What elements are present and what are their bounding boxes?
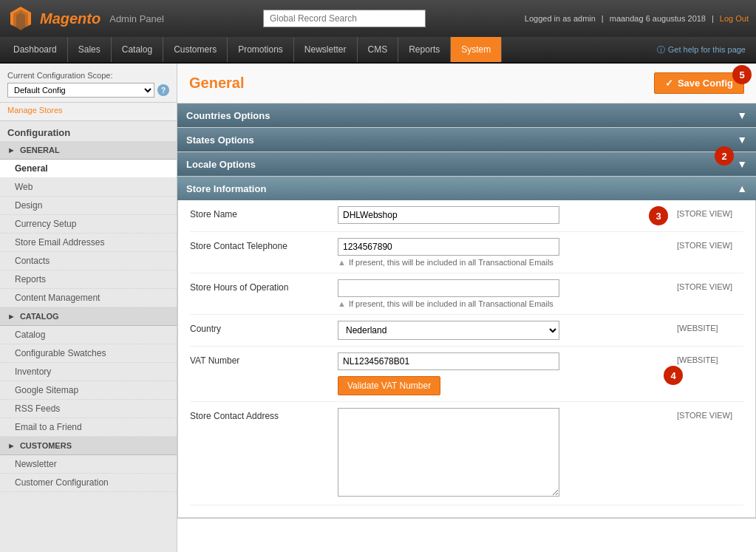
badge-2: 2 [715, 146, 734, 166]
top-header: Magento Admin Panel Logged in as admin |… [0, 0, 756, 37]
hours-scope: [STORE VIEW] [677, 279, 743, 291]
sidebar-item-customer-configuration[interactable]: Customer Configuration [0, 474, 177, 492]
accordion-header-countries[interactable]: Countries Options ▼ [177, 103, 756, 127]
sidebar-item-google-sitemap[interactable]: Google Sitemap [0, 381, 177, 400]
telephone-input-wrap: ▲ If present, this will be included in a… [338, 238, 668, 267]
accordion-arrow-locale-icon: ▼ [737, 158, 747, 170]
help-text: Get help for this page [668, 45, 746, 54]
sidebar-item-contacts[interactable]: Contacts [0, 252, 177, 270]
page-title: General [189, 75, 244, 92]
sidebar-item-rss-feeds[interactable]: RSS Feeds [0, 400, 177, 418]
nav-item-cms[interactable]: CMS [358, 37, 399, 62]
accordion-header-states[interactable]: States Options ▼ [177, 128, 756, 151]
logo-subtitle-text: Admin Panel [109, 13, 164, 24]
telephone-label: Store Contact Telephone [190, 238, 338, 251]
badge-3: 3 [649, 206, 668, 225]
hours-label: Store Hours of Operation [190, 279, 338, 293]
global-search-input[interactable] [263, 10, 426, 27]
sidebar-category-general[interactable]: ► GENERAL [0, 141, 177, 160]
nav-item-newsletter[interactable]: Newsletter [294, 37, 358, 62]
magento-logo-icon [7, 5, 34, 32]
form-row-address: Store Contact Address [STORE VIEW] [190, 402, 743, 505]
form-row-store-name: Store Name 3 [STORE VIEW] [190, 200, 743, 232]
nav-item-reports[interactable]: Reports [398, 37, 451, 62]
category-arrow-icon-catalog: ► [7, 312, 16, 321]
scope-select[interactable]: Default Config [7, 83, 154, 98]
sidebar-item-reports[interactable]: Reports [0, 270, 177, 289]
address-scope: [STORE VIEW] [677, 408, 743, 420]
sidebar-item-newsletter[interactable]: Newsletter [0, 455, 177, 474]
sidebar-item-configurable-swatches[interactable]: Configurable Swatches [0, 344, 177, 363]
sidebar-item-design[interactable]: Design [0, 197, 177, 215]
accordion-header-store-info[interactable]: Store Information ▲ [177, 177, 756, 200]
vat-input-wrap: 4 Validate VAT Number [338, 352, 668, 395]
badge-3-container: 3 [641, 206, 668, 225]
nav-item-customers[interactable]: Customers [163, 37, 228, 62]
nav-item-promotions[interactable]: Promotions [228, 37, 294, 62]
save-icon: ✓ [665, 78, 673, 89]
address-label: Store Contact Address [190, 408, 338, 421]
logout-link[interactable]: Log Out [720, 14, 749, 23]
accordion-item-store-info: Store Information ▲ Store Name 3 [STORE … [177, 177, 756, 519]
nav-item-system[interactable]: System [451, 37, 502, 62]
vat-label: VAT Number [190, 352, 338, 366]
store-info-form: Store Name 3 [STORE VIEW] Store Contact … [177, 200, 756, 518]
accordion-item-locale: Locale Options 2 ▼ [177, 152, 756, 177]
accordion-header-locale[interactable]: Locale Options 2 ▼ [177, 152, 756, 176]
content-header: General 5 ✓ Save Config [177, 64, 756, 103]
store-name-input[interactable] [338, 206, 559, 224]
sidebar-item-catalog[interactable]: Catalog [0, 326, 177, 344]
validate-vat-button[interactable]: Validate VAT Number [338, 376, 440, 395]
address-input-wrap [338, 408, 668, 499]
form-row-hours: Store Hours of Operation ▲ If present, t… [190, 273, 743, 315]
sidebar-item-store-email[interactable]: Store Email Addresses [0, 234, 177, 252]
badge-4: 4 [664, 366, 683, 385]
sidebar-item-email-to-friend[interactable]: Email to a Friend [0, 418, 177, 437]
main-layout: Current Configuration Scope: Default Con… [0, 64, 756, 552]
hint-icon: ▲ [338, 258, 346, 267]
vat-input[interactable] [338, 352, 559, 370]
sidebar: Current Configuration Scope: Default Con… [0, 64, 177, 552]
address-textarea[interactable] [338, 408, 559, 497]
hours-hint: ▲ If present, this will be included in a… [338, 299, 668, 308]
accordion-arrow-icon: ▼ [737, 109, 747, 121]
manage-stores-link[interactable]: Manage Stores [0, 103, 177, 121]
country-scope: [WEBSITE] [677, 321, 743, 333]
logo-magento-text: Magento [40, 10, 101, 27]
category-label-general: GENERAL [20, 146, 60, 154]
telephone-input[interactable] [338, 238, 559, 256]
category-label-catalog: CATALOG [20, 312, 59, 321]
form-row-country: Country Nederland United States Germany … [190, 315, 743, 347]
country-select[interactable]: Nederland United States Germany France B… [338, 321, 559, 340]
accordion-item-states: States Options ▼ [177, 128, 756, 152]
store-name-scope: [STORE VIEW] [677, 206, 743, 218]
date-text: maandag 6 augustus 2018 [610, 14, 706, 23]
hint-icon-hours: ▲ [338, 299, 346, 308]
sidebar-item-content-management[interactable]: Content Management [0, 289, 177, 307]
nav-help[interactable]: ⓘ Get help for this page [650, 37, 753, 62]
badge-5: 5 [732, 65, 752, 84]
sidebar-category-catalog[interactable]: ► CATALOG [0, 307, 177, 326]
hours-input[interactable] [338, 279, 559, 297]
form-row-telephone: Store Contact Telephone ▲ If present, th… [190, 232, 743, 273]
country-input-wrap: Nederland United States Germany France B… [338, 321, 668, 340]
nav-item-dashboard[interactable]: Dashboard [3, 37, 68, 62]
nav-item-catalog[interactable]: Catalog [112, 37, 163, 62]
save-config-button[interactable]: ✓ Save Config [654, 72, 744, 94]
header-search-area [164, 10, 525, 27]
help-circle-icon: ⓘ [657, 44, 665, 55]
accordion: Countries Options ▼ States Options ▼ Loc… [177, 103, 756, 519]
sidebar-item-general[interactable]: General [0, 160, 177, 178]
logo-area: Magento Admin Panel [7, 5, 164, 32]
scope-select-row: Default Config ? [7, 83, 169, 98]
content-area: General 5 ✓ Save Config Countries Option… [177, 64, 756, 552]
sidebar-item-inventory[interactable]: Inventory [0, 363, 177, 381]
nav-item-sales[interactable]: Sales [68, 37, 112, 62]
telephone-scope: [STORE VIEW] [677, 238, 743, 250]
sidebar-item-currency-setup[interactable]: Currency Setup [0, 215, 177, 234]
sidebar-category-customers[interactable]: ► CUSTOMERS [0, 437, 177, 455]
svg-marker-2 [16, 13, 25, 30]
hours-input-wrap: ▲ If present, this will be included in a… [338, 279, 668, 308]
sidebar-item-web[interactable]: Web [0, 178, 177, 197]
vat-scope: [WEBSITE] [677, 352, 743, 364]
